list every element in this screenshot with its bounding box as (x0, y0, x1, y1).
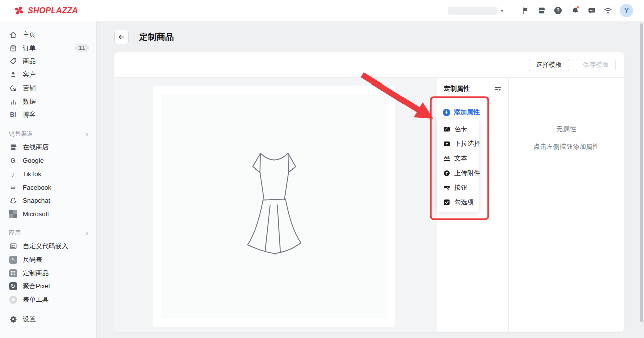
sidebar-item-custom-product[interactable]: 定制商品 (0, 267, 96, 280)
plus-icon: + (443, 109, 450, 116)
sidebar-item-customers[interactable]: 客户 (0, 68, 96, 82)
empty-state-title: 无属性 (509, 125, 624, 134)
custom-product-grid-icon (9, 269, 17, 277)
chevron-down-icon[interactable]: ▾ (501, 8, 503, 13)
storefront-icon (9, 143, 17, 151)
sidebar-item-google[interactable]: G Google (0, 154, 96, 167)
sidebar-item-settings[interactable]: 设置 (0, 313, 96, 326)
messages-icon[interactable] (583, 4, 600, 18)
save-template-button[interactable]: 保存模版 (576, 59, 616, 71)
code-embed-icon (9, 242, 17, 250)
avatar[interactable]: Y (620, 4, 633, 17)
store-selector[interactable] (448, 7, 497, 15)
sidebar-item-custom-code[interactable]: 自定义代码嵌入 (0, 240, 96, 254)
meta-icon: ∞ (9, 183, 17, 192)
person-icon (9, 70, 17, 79)
menu-item-label: 文本 (454, 154, 467, 163)
form-tool-icon (9, 296, 17, 304)
select-template-button[interactable]: 选择模板 (529, 59, 569, 71)
sidebar-item-microsoft[interactable]: Microsoft (0, 207, 96, 221)
sidebar-item-snapchat[interactable]: Snapchat (0, 194, 96, 208)
chevron-right-icon: › (86, 229, 88, 237)
page-title: 定制商品 (139, 31, 174, 43)
storefront-icon[interactable] (533, 4, 550, 18)
empty-state-hint: 点击左侧按钮添加属性 (509, 142, 624, 151)
sidebar-item-products[interactable]: 商品 (0, 55, 96, 68)
sidebar-item-form-tool[interactable]: 表单工具 (0, 293, 96, 307)
shoplazza-logo-icon (14, 5, 24, 16)
card-toolbar: 选择模板 保存模版 (114, 52, 624, 78)
help-icon[interactable]: ? (550, 4, 567, 18)
sidebar-item-analytics[interactable]: 数据 (0, 95, 96, 109)
sidebar-item-label: 在线商店 (23, 143, 49, 152)
collapse-panel-icon[interactable] (494, 84, 502, 93)
section-label: 销售渠道 (9, 130, 33, 138)
sidebar-item-label: 数据 (23, 97, 36, 106)
sidebar-item-label: 博客 (23, 110, 36, 119)
marketing-target-icon (9, 84, 17, 93)
sidebar-item-label: 设置 (23, 315, 36, 324)
menu-item-label: 按钮 (454, 183, 467, 192)
sidebar-item-label: 自定义代码嵌入 (23, 242, 68, 251)
text-icon: Aa (443, 155, 450, 162)
sidebar-item-label: 订单 (23, 44, 36, 53)
scrollbar-thumb[interactable] (640, 23, 643, 322)
add-attribute-label: 添加属性 (454, 108, 480, 117)
menu-item-upload-attachment[interactable]: 上传附件 (437, 165, 479, 180)
notification-dot (576, 6, 579, 9)
sidebar-item-orders[interactable]: 订单 11 (0, 42, 96, 55)
sidebar-item-label: 客户 (23, 70, 36, 79)
sidebar-item-size-chart[interactable]: ✎ 尺码表 (0, 253, 96, 267)
panel-title: 定制属性 (444, 84, 470, 93)
sidebar-item-marketing[interactable]: 营销 (0, 81, 96, 95)
menu-item-checkbox[interactable]: 勾选项 (437, 195, 479, 209)
sidebar-section-apps[interactable]: 应用 › (0, 227, 96, 240)
menu-item-button[interactable]: 按钮 (437, 180, 479, 195)
sidebar-item-label: 主页 (23, 30, 36, 39)
sidebar-item-tiktok[interactable]: ♪ TikTok (0, 167, 96, 181)
canvas-card (153, 86, 395, 327)
editor-card: 选择模板 保存模版 (114, 52, 624, 332)
notifications-bell-icon[interactable] (567, 4, 583, 18)
color-card-icon (443, 126, 450, 133)
chevron-right-icon: › (86, 130, 88, 138)
upload-icon (443, 170, 450, 177)
sidebar-item-label: 营销 (23, 83, 36, 93)
topbar-divider (511, 6, 511, 16)
add-attribute-button[interactable]: + 添加属性 (443, 107, 480, 117)
orders-icon (9, 44, 17, 52)
sidebar-item-blog[interactable]: Bi 博客 (0, 108, 96, 122)
arrow-left-icon (118, 33, 125, 41)
orders-count-badge: 11 (75, 44, 89, 52)
menu-item-dropdown-select[interactable]: 下拉选择 (437, 136, 479, 151)
tiktok-icon: ♪ (9, 170, 17, 178)
sidebar-item-label: 商品 (23, 57, 36, 66)
wifi-icon[interactable] (600, 4, 616, 18)
sidebar-item-pixel[interactable]: ↻ 聚合Pixel (0, 280, 96, 293)
back-button[interactable] (114, 30, 129, 44)
flag-icon[interactable] (517, 4, 533, 18)
editor-area (114, 78, 437, 332)
size-chart-pencil-icon: ✎ (9, 256, 17, 264)
sidebar-item-online-store[interactable]: 在线商店 (0, 141, 96, 154)
sidebar-item-label: 尺码表 (23, 255, 42, 264)
sidebar-section-sales-channels[interactable]: 销售渠道 › (0, 128, 96, 141)
sidebar: 主页 订单 11 商品 客户 营销 数据 Bi 博客 销售渠道 › 在线商店 G… (0, 21, 97, 338)
menu-item-label: 下拉选择 (454, 139, 480, 148)
sidebar-item-home[interactable]: 主页 (0, 28, 96, 42)
menu-item-text[interactable]: Aa 文本 (437, 151, 479, 165)
attributes-empty-state: 无属性 点击左侧按钮添加属性 (508, 78, 624, 332)
sidebar-item-label: Microsoft (23, 210, 49, 218)
checkbox-icon (443, 199, 450, 206)
attribute-type-menu: 色卡 下拉选择 Aa 文本 上传附件 (437, 119, 479, 212)
tag-icon (9, 57, 17, 66)
menu-item-color-card[interactable]: 色卡 (437, 122, 479, 136)
page-scrollbar (639, 21, 644, 338)
button-cursor-icon (443, 184, 450, 191)
microsoft-grid-icon (9, 210, 17, 218)
menu-item-label: 上传附件 (454, 168, 480, 178)
sidebar-item-facebook[interactable]: ∞ Facebook (0, 181, 96, 194)
sidebar-item-label: 聚合Pixel (23, 282, 50, 291)
product-canvas[interactable] (161, 95, 387, 319)
shoplazza-logo[interactable]: SHOPLAZZA (0, 5, 78, 16)
